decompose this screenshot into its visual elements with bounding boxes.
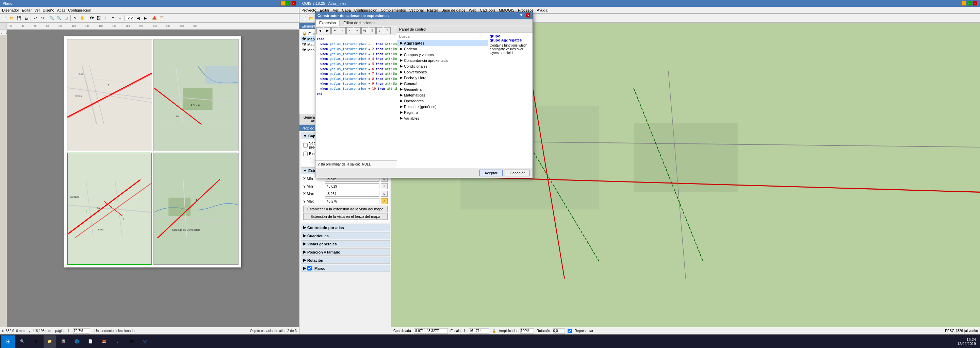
plano-minimize-btn[interactable]: —: [280, 1, 285, 6]
menu-atlas[interactable]: Atlas: [57, 8, 65, 12]
tb-export-btn[interactable]: 📤: [151, 14, 158, 21]
seguir-def-checkbox[interactable]: [303, 143, 308, 147]
tb-open-btn[interactable]: 📂: [8, 14, 15, 21]
group-reciente[interactable]: ▶ Reciente (genérico): [397, 104, 488, 109]
group-operadores[interactable]: ▶ Operadores: [397, 98, 488, 104]
expr-btn-pct[interactable]: %: [361, 27, 368, 34]
zoom-input[interactable]: [73, 328, 90, 334]
tb-pan-btn[interactable]: ✋: [79, 14, 86, 21]
btn-establecer[interactable]: Establecer a la extensión de la vista de…: [303, 206, 388, 212]
qgis-maximize-btn[interactable]: □: [967, 1, 972, 6]
posicion-header[interactable]: ▶ Posición y tamaño: [301, 249, 390, 255]
xmax-expr-btn[interactable]: ε: [381, 191, 388, 197]
qgis-tb-new[interactable]: 📄: [301, 14, 308, 21]
qgis-close-btn[interactable]: ✕: [972, 1, 977, 6]
tb-new-btn[interactable]: 📄: [2, 14, 8, 21]
plano-maximize-btn[interactable]: □: [286, 1, 291, 6]
tb-zoom-in-btn[interactable]: 🔍: [48, 14, 55, 21]
controlado-header[interactable]: ▶ Controlado por atlas: [301, 224, 390, 231]
tb-add-label-btn[interactable]: T: [102, 14, 109, 21]
map-pane-bottomright[interactable]: Santiago de Compostela · ↑1: [153, 153, 239, 265]
qgis-minimize-btn[interactable]: —: [962, 1, 966, 6]
ymax-expr-btn[interactable]: ε: [381, 198, 388, 204]
group-campos[interactable]: ▶ Campos y valores: [397, 52, 488, 57]
taskbar-onenote-icon[interactable]: 📓: [57, 335, 69, 348]
marco-header[interactable]: ▶ Marco: [301, 265, 390, 272]
vistas-header[interactable]: ▶ Vistas generales: [301, 240, 390, 247]
expr-btn-concat[interactable]: ||: [369, 27, 375, 34]
plano-close-btn[interactable]: ✕: [291, 1, 296, 6]
menu-editar[interactable]: Editar: [22, 8, 32, 12]
group-conversiones[interactable]: ▶ Conversiones: [397, 69, 488, 75]
amp-input[interactable]: [520, 328, 534, 334]
tb-zoom-fit-btn[interactable]: ⊡: [63, 14, 69, 21]
taskbar-spotify-icon[interactable]: ♪: [111, 335, 124, 348]
expr-btn-sigma[interactable]: ∑: [384, 27, 391, 34]
tb-export-pdf-btn[interactable]: 📋: [158, 14, 165, 21]
expr-btn-mult[interactable]: ×: [347, 27, 353, 34]
tb-add-image-btn[interactable]: 🖼: [95, 14, 102, 21]
group-fechahora[interactable]: ▶ Fecha y Hora: [397, 75, 488, 81]
qgis-tb-open[interactable]: 📂: [308, 14, 315, 21]
taskbar-acrobat-icon[interactable]: 📄: [84, 335, 97, 348]
ymin-expr-btn[interactable]: ε: [381, 183, 388, 189]
expr-tab-editor[interactable]: Editor de funciones: [340, 19, 379, 26]
coord-input[interactable]: [414, 328, 448, 334]
menu-ver[interactable]: Ver: [34, 8, 40, 12]
taskbar-qgis-icon[interactable]: 🗺: [125, 335, 137, 348]
rotacion-header[interactable]: ▶ Rotación: [301, 257, 390, 263]
plano-canvas-area[interactable]: A-6 Ordes · ↑: [7, 30, 299, 327]
ymin-input[interactable]: [325, 183, 379, 189]
start-button[interactable]: ⊞: [2, 335, 15, 348]
ymax-input[interactable]: [325, 198, 379, 204]
menu-diseno[interactable]: Diseño: [43, 8, 54, 12]
escala-input[interactable]: [469, 328, 489, 334]
expr-aceptar-btn[interactable]: Aceptar: [479, 169, 503, 176]
group-registro[interactable]: ▶ Registro: [397, 109, 488, 115]
menu-configuracion[interactable]: Configuración: [68, 8, 91, 12]
group-geometria[interactable]: ▶ Geometría: [397, 86, 488, 92]
taskbar-firefox-icon[interactable]: 🦊: [98, 335, 110, 348]
tb-add-map-btn[interactable]: 🗺: [88, 14, 95, 21]
group-aggregates[interactable]: ▶ Aggregates: [397, 40, 488, 46]
expr-btn-fwd[interactable]: ▶: [324, 27, 331, 34]
tb-select-btn[interactable]: ↖: [72, 14, 79, 21]
taskbar-taskview-icon[interactable]: ⧉: [30, 335, 42, 348]
tb-redo-btn[interactable]: ↪: [39, 14, 46, 21]
expr-btn-sort[interactable]: ↕: [376, 27, 383, 34]
tb-undo-btn[interactable]: ↩: [32, 14, 39, 21]
expr-btn-minus[interactable]: −: [339, 27, 346, 34]
expr-search-input[interactable]: [397, 33, 488, 40]
taskbar-search-icon[interactable]: 🔍: [16, 335, 29, 348]
marco-checkbox[interactable]: [307, 266, 312, 270]
taskbar-browser-icon[interactable]: 🌐: [71, 335, 83, 348]
expr-btn-div[interactable]: ÷: [354, 27, 361, 34]
map-pane-bottomleft[interactable]: Carballo Ordes ·5 ↑1 ↑: [67, 153, 152, 265]
group-condicionales[interactable]: ▶ Condicionales: [397, 63, 488, 69]
group-matematicas[interactable]: ▶ Matemáticas: [397, 92, 488, 98]
expr-btn-plus[interactable]: +: [331, 27, 338, 34]
map-pane-topleft[interactable]: A-6 Ordes · ↑: [67, 39, 152, 151]
representar-checkbox[interactable]: [568, 329, 572, 333]
expr-dialog-help-btn[interactable]: ?: [519, 13, 522, 18]
group-concordancia[interactable]: ▶ Concordancia aproximada: [397, 57, 488, 63]
tb-save-btn[interactable]: 💾: [16, 14, 22, 21]
map-pane-topright[interactable]: Fei... A Coruña ·: [153, 39, 239, 151]
expr-code-editor[interactable]: case when @atlas_featurenumber = 1 then …: [315, 35, 397, 160]
cuadriculas-header[interactable]: ▶ Cuadrículas: [301, 233, 390, 239]
tb-print-btn[interactable]: 🖨: [23, 14, 30, 21]
qgis-menu-proyecto[interactable]: Proyecto: [301, 8, 316, 12]
rot-input[interactable]: [553, 328, 565, 334]
expr-cancelar-btn[interactable]: Cancelar: [504, 169, 530, 176]
xmax-input[interactable]: [325, 191, 379, 197]
group-cadena[interactable]: ▶ Cadena: [397, 46, 488, 52]
tb-add-scalebar-btn[interactable]: ↔: [117, 14, 124, 21]
tb-zoom-out-btn[interactable]: 🔍: [56, 14, 62, 21]
tb-atlas-next-btn[interactable]: ▶: [142, 14, 149, 21]
taskbar-word-icon[interactable]: W: [139, 335, 151, 348]
taskbar-explorer-icon[interactable]: 📁: [43, 335, 56, 348]
group-variables[interactable]: ▶ Variables: [397, 115, 488, 121]
qgis-menu-ayuda[interactable]: Ayuda: [537, 8, 547, 12]
menu-disenador[interactable]: Diseñador: [2, 8, 19, 12]
bloquear-estilos-checkbox[interactable]: [310, 158, 314, 163]
